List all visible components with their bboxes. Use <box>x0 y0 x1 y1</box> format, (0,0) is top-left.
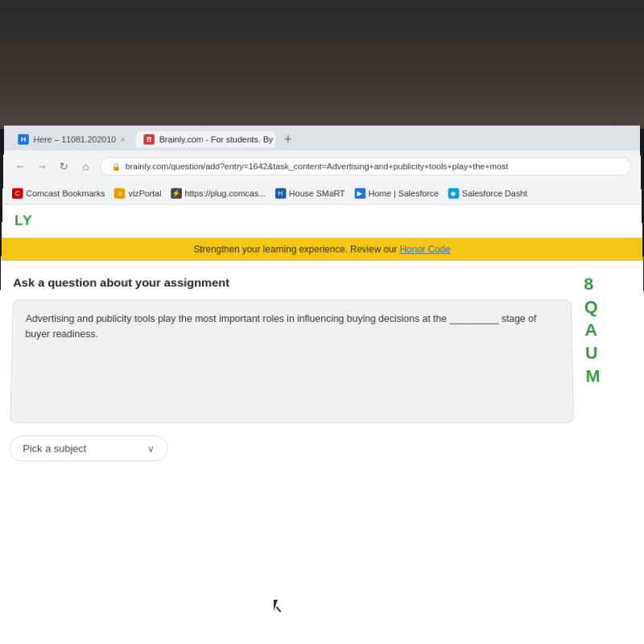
comcast-favicon: C <box>12 188 23 198</box>
question-text: Advertising and publicity tools play the… <box>25 313 536 339</box>
browser-tab-2[interactable]: B Brainly.com - For students. By st... × <box>136 131 276 147</box>
right-stat-a: A <box>584 322 632 339</box>
tab1-favicon: H <box>18 134 29 145</box>
right-stat-m: M <box>585 368 633 385</box>
new-tab-button[interactable]: + <box>279 130 297 148</box>
address-bar-container: ← → ↻ ⌂ 🔒 brainly.com/question/add?entry… <box>3 151 642 182</box>
question-text-area[interactable]: Advertising and publicity tools play the… <box>10 299 574 423</box>
left-panel: Ask a question about your assignment Adv… <box>9 276 575 461</box>
salesforce-dash-favicon: ◆ <box>448 188 460 198</box>
tab1-label: Here – 11081.202010 <box>33 135 116 144</box>
bookmark-comcast[interactable]: C Comcast Bookmarks <box>12 188 105 198</box>
reload-button[interactable]: ↻ <box>56 159 72 174</box>
tab2-favicon: B <box>144 134 155 145</box>
section-title: Ask a question about your assignment <box>13 276 572 289</box>
bookmark-home-salesforce[interactable]: ▶ Home | Salesforce <box>354 188 439 198</box>
tab-bar: H Here – 11081.202010 × B Brainly.com - … <box>4 126 641 151</box>
browser-content: LY Strengthen your learning experience. … <box>0 204 644 644</box>
chevron-down-icon: ∨ <box>147 443 155 454</box>
plug-favicon: ⚡ <box>171 188 182 198</box>
right-panel: 8 Q A U M <box>584 276 635 461</box>
tab1-close-icon[interactable]: × <box>121 135 126 143</box>
forward-button[interactable]: → <box>35 159 51 174</box>
bookmark-salesforce-dash[interactable]: ◆ Salesforce Dasht <box>448 188 528 198</box>
secure-lock-icon: 🔒 <box>111 162 121 170</box>
golden-banner: Strengthen your learning experience. Rev… <box>1 238 642 261</box>
bookmark-vizportal[interactable]: v vizPortal <box>114 188 161 198</box>
subject-picker-label: Pick a subject <box>23 443 86 455</box>
home-salesforce-favicon: ▶ <box>354 188 365 198</box>
comcast-label: Comcast Bookmarks <box>26 188 105 197</box>
home-button[interactable]: ⌂ <box>78 159 94 174</box>
url-text: brainly.com/question/add?entry=1642&task… <box>126 162 509 171</box>
brainly-header: LY <box>2 204 642 237</box>
golden-banner-text: Strengthen your learning experience. Rev… <box>194 244 400 254</box>
viz-label: vizPortal <box>129 188 162 197</box>
bookmark-plug[interactable]: ⚡ https://plug.comcas... <box>171 188 266 198</box>
bookmarks-bar: C Comcast Bookmarks v vizPortal ⚡ https:… <box>2 182 642 204</box>
brainly-logo: LY <box>14 213 33 229</box>
house-smart-label: House SMaRT <box>289 188 345 197</box>
back-button[interactable]: ← <box>13 159 29 174</box>
viz-favicon: v <box>114 188 126 198</box>
plug-label: https://plug.comcas... <box>184 188 266 197</box>
right-stat-u: U <box>585 345 633 361</box>
browser-window: H Here – 11081.202010 × B Brainly.com - … <box>0 126 644 644</box>
subject-picker[interactable]: Pick a subject ∨ <box>9 436 168 461</box>
right-stat-q: Q <box>584 299 632 316</box>
salesforce-dash-label: Salesforce Dasht <box>462 188 527 197</box>
main-content-area: Ask a question about your assignment Adv… <box>0 261 644 477</box>
house-smart-favicon: H <box>275 188 287 198</box>
right-stat-1: 8 <box>584 276 631 293</box>
desktop-background <box>0 0 644 129</box>
tab2-label: Brainly.com - For students. By st... <box>159 135 276 144</box>
bookmark-house-smart[interactable]: H House SMaRT <box>275 188 345 198</box>
browser-tab-1[interactable]: H Here – 11081.202010 × <box>10 131 133 147</box>
honor-code-link[interactable]: Honor Code <box>400 244 451 254</box>
url-input[interactable]: 🔒 brainly.com/question/add?entry=1642&ta… <box>100 157 632 175</box>
home-salesforce-label: Home | Salesforce <box>369 188 439 197</box>
